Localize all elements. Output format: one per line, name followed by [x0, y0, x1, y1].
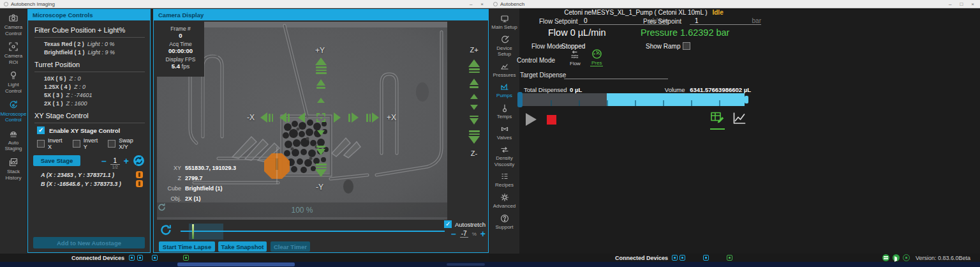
- device-icon[interactable]: [152, 255, 158, 261]
- autobench-titlebar[interactable]: Autobench – □ ×: [489, 0, 980, 8]
- jog-x-plus-small-button[interactable]: [334, 112, 341, 123]
- turret-row[interactable]: 5X ( 3 )Z : -74601: [44, 92, 145, 98]
- jog-z-minus-medium-button[interactable]: [470, 116, 479, 125]
- nav-valves[interactable]: Valves: [489, 125, 519, 141]
- step-plus-button[interactable]: +: [124, 158, 129, 164]
- microscope-controls-header[interactable]: Microscope Controls: [28, 10, 150, 20]
- pres-setpoint-input[interactable]: 1 bar: [690, 15, 761, 25]
- turret-row[interactable]: 2X ( 1 )Z : 1600: [44, 100, 145, 107]
- nav-support[interactable]: Support: [489, 214, 519, 231]
- autobench-maximize-button[interactable]: □: [960, 1, 963, 7]
- invert-x-checkbox[interactable]: [37, 140, 45, 148]
- jog-z-minus-small-button[interactable]: [470, 105, 478, 110]
- sidebar-item-microscope-control[interactable]: Microscope Control: [0, 100, 27, 123]
- autostretch-checkbox[interactable]: [444, 220, 452, 228]
- device-icon[interactable]: [129, 255, 135, 261]
- taskbar-item[interactable]: [447, 263, 485, 266]
- enable-xy-stage-checkbox[interactable]: [37, 126, 45, 134]
- pump-stop-button[interactable]: [547, 115, 556, 125]
- filter-row[interactable]: Brightfield ( 1 )Light : 9 %: [44, 49, 145, 56]
- filter-row[interactable]: Texas Red ( 2 )Light : 0 %: [44, 41, 145, 47]
- control-mode-pres-button[interactable]: Pres: [590, 49, 603, 66]
- stretch-plus-button[interactable]: +: [480, 231, 486, 237]
- sidebar-item-camera-roi[interactable]: Camera ROI: [0, 42, 27, 65]
- jog-y-minus-large-button[interactable]: [315, 164, 327, 177]
- jog-y-minus-medium-button[interactable]: [316, 146, 325, 155]
- valves-icon: [500, 125, 509, 134]
- device-icon[interactable]: [672, 255, 678, 261]
- goto-position-a-button[interactable]: [136, 171, 143, 178]
- clear-timer-button[interactable]: Clear Timer: [271, 241, 310, 252]
- jog-z-plus-large-button[interactable]: [468, 59, 480, 73]
- sync-stage-icon[interactable]: [133, 155, 145, 167]
- imaging-minimize-button[interactable]: –: [470, 1, 472, 7]
- nav-main-setup[interactable]: Main Setup: [489, 14, 519, 31]
- sidebar-item-camera-control[interactable]: Camera Control: [0, 13, 27, 36]
- sidebar-item-stack-history[interactable]: Stack History: [0, 157, 27, 181]
- dispense-table-button[interactable]: [710, 111, 725, 130]
- jog-y-plus-large-button[interactable]: [315, 57, 327, 74]
- swap-xy-checkbox[interactable]: [108, 140, 115, 148]
- jog-z-plus-medium-button[interactable]: [470, 79, 479, 88]
- taskbar-highlight[interactable]: [177, 263, 295, 266]
- turret-row[interactable]: 1.25X ( 4 )Z : 0: [44, 84, 145, 90]
- target-dispense-input[interactable]: [564, 70, 668, 79]
- status-run-icon[interactable]: [893, 254, 900, 261]
- sidebar-item-auto-staging[interactable]: Auto Staging: [0, 128, 27, 152]
- refresh-histogram-icon[interactable]: [160, 224, 172, 236]
- jog-x-plus-large-button[interactable]: [366, 112, 379, 123]
- stretch-minus-button[interactable]: –: [451, 231, 456, 237]
- pump-chart-button[interactable]: [732, 111, 746, 128]
- nav-recipes[interactable]: Recipes: [489, 172, 519, 188]
- nav-pressures[interactable]: Pressures: [489, 62, 519, 79]
- autobench-minimize-button[interactable]: –: [949, 1, 951, 7]
- goto-position-b-button[interactable]: [136, 180, 143, 187]
- imaging-titlebar[interactable]: Autobench Imaging – ×: [0, 0, 489, 8]
- start-time-lapse-button[interactable]: Start Time Lapse: [159, 241, 215, 252]
- jog-x-minus-small-button[interactable]: [298, 112, 305, 123]
- histogram-range-selection[interactable]: [189, 224, 223, 240]
- turret-row[interactable]: 10X ( 5 )Z : 0: [44, 75, 145, 82]
- control-mode-flow-button[interactable]: Flow: [570, 50, 581, 66]
- jog-x-minus-large-button[interactable]: [260, 112, 273, 123]
- jog-x-plus-medium-button[interactable]: [348, 112, 359, 123]
- sidebar-item-light-control[interactable]: Light Control: [0, 70, 27, 94]
- step-minus-button[interactable]: –: [101, 158, 107, 164]
- take-snapshot-button[interactable]: Take Snapshot: [218, 241, 267, 252]
- show-ramp-checkbox[interactable]: [683, 42, 690, 50]
- nav-density-viscosity[interactable]: Density Viscosity: [489, 145, 519, 167]
- jog-x-minus-medium-button[interactable]: [279, 112, 290, 123]
- sidebar-label: Auto Staging: [0, 140, 27, 152]
- pump-start-button[interactable]: [526, 113, 537, 126]
- imaging-close-button[interactable]: ×: [480, 1, 484, 7]
- device-icon[interactable]: [727, 255, 732, 261]
- stretch-value[interactable]: -7: [460, 230, 468, 238]
- device-icon[interactable]: [183, 255, 189, 261]
- jog-z-plus-small-button[interactable]: [470, 94, 478, 99]
- device-icon[interactable]: [679, 255, 685, 261]
- stage-position-a[interactable]: A (X : 23453 , Y : 378371.1 ): [41, 171, 145, 178]
- camera-display-header[interactable]: Camera Display: [154, 10, 488, 20]
- jog-center-target[interactable]: [316, 113, 325, 122]
- histogram-slider[interactable]: [181, 222, 445, 240]
- add-to-new-autostage-button[interactable]: Add to New Autostage: [33, 237, 145, 248]
- autobench-close-button[interactable]: ×: [971, 1, 974, 7]
- nav-device-setup[interactable]: Device Setup: [489, 35, 519, 57]
- camera-live-image[interactable]: +Y -Y -X +X: [157, 22, 447, 220]
- nav-advanced[interactable]: Advanced: [489, 193, 519, 210]
- status-device-icon[interactable]: [903, 254, 910, 261]
- nav-pumps[interactable]: Pumps: [489, 82, 519, 99]
- taskbar[interactable]: [0, 262, 980, 267]
- stage-position-b[interactable]: B (X : -16545.6 , Y : 378373.3 ): [41, 180, 145, 187]
- jog-z-minus-large-button[interactable]: [468, 130, 480, 144]
- jog-y-minus-small-button[interactable]: [317, 130, 325, 135]
- nav-temps[interactable]: Temps: [489, 103, 519, 120]
- jog-y-plus-small-button[interactable]: [317, 98, 325, 103]
- device-icon[interactable]: [137, 255, 143, 261]
- step-size-value[interactable]: 11/2: [110, 157, 120, 165]
- status-ok-icon[interactable]: [882, 254, 889, 261]
- save-stage-button[interactable]: Save Stage: [33, 155, 80, 166]
- jog-y-plus-medium-button[interactable]: [316, 79, 325, 89]
- device-icon[interactable]: [703, 255, 709, 261]
- invert-y-checkbox[interactable]: [73, 140, 80, 148]
